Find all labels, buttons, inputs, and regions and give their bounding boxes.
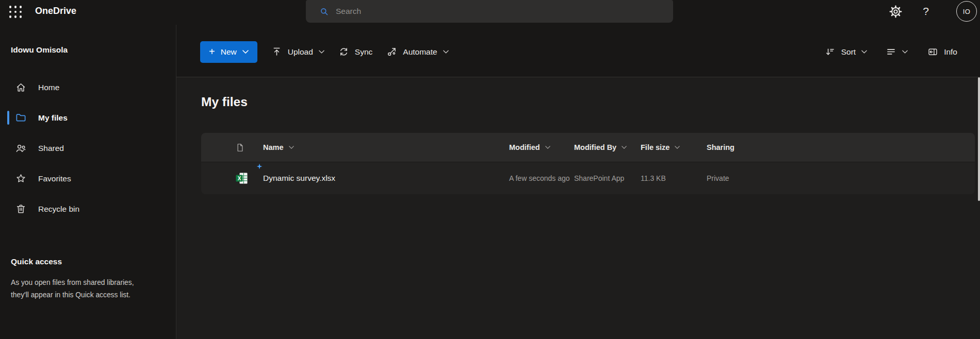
chevron-down-icon xyxy=(902,50,908,54)
plus-icon: + xyxy=(209,46,215,57)
chevron-down-icon xyxy=(443,50,449,54)
new-file-sparkle-icon xyxy=(256,163,263,170)
sort-button-label: Sort xyxy=(841,47,856,57)
file-size: 11.3 KB xyxy=(641,174,707,182)
upload-button-label: Upload xyxy=(288,47,313,57)
svg-text:X: X xyxy=(238,176,241,181)
search-input[interactable] xyxy=(329,0,673,23)
automate-icon xyxy=(386,46,397,57)
app-title[interactable]: OneDrive xyxy=(35,0,76,23)
quick-access-description: As you open files from shared libraries,… xyxy=(11,277,136,301)
chevron-down-icon xyxy=(319,50,324,54)
vertical-scrollbar[interactable] xyxy=(978,77,980,201)
search-bar[interactable] xyxy=(306,0,673,23)
chevron-down-icon xyxy=(545,146,550,149)
file-modified: A few seconds ago xyxy=(509,174,574,182)
sort-button[interactable]: Sort xyxy=(825,46,867,57)
file-modified-by: SharePoint App xyxy=(574,174,641,182)
command-toolbar: + New Upload Sync xyxy=(176,23,980,77)
sidebar-item-label: Favorites xyxy=(38,174,71,183)
search-icon xyxy=(319,7,329,16)
automate-button-label: Automate xyxy=(403,47,437,57)
sidebar-item-shared[interactable]: Shared xyxy=(0,133,176,163)
sidebar-item-home[interactable]: Home xyxy=(0,72,176,103)
files-content: My files Name Modified xyxy=(176,77,980,339)
chevron-down-icon xyxy=(675,146,680,149)
file-type-column-icon xyxy=(201,142,263,153)
settings-button[interactable] xyxy=(886,0,905,23)
sort-icon xyxy=(825,46,836,57)
info-button-label: Info xyxy=(944,47,957,57)
sidebar: Idowu Omisola Home My files xyxy=(0,23,176,339)
info-pane-icon xyxy=(927,46,938,57)
sidebar-nav: Home My files Shared xyxy=(0,72,176,224)
upload-icon xyxy=(271,46,282,57)
user-name: Idowu Omisola xyxy=(11,45,176,55)
sidebar-item-my-files[interactable]: My files xyxy=(0,103,176,133)
upload-button[interactable]: Upload xyxy=(271,46,324,57)
account-avatar[interactable]: IO xyxy=(956,1,977,22)
sync-button-label: Sync xyxy=(355,47,372,57)
column-header-modified[interactable]: Modified xyxy=(509,143,574,151)
sync-icon xyxy=(338,46,349,57)
chevron-down-icon xyxy=(622,146,627,149)
view-options-button[interactable] xyxy=(886,46,908,57)
people-icon xyxy=(15,142,27,154)
app-launcher-icon[interactable] xyxy=(8,5,23,19)
list-view-icon xyxy=(886,46,896,57)
excel-file-icon: X xyxy=(201,172,263,185)
column-header-name[interactable]: Name xyxy=(263,143,509,151)
automate-button[interactable]: Automate xyxy=(386,46,448,57)
sidebar-item-label: Home xyxy=(38,83,59,92)
column-header-sharing[interactable]: Sharing xyxy=(707,143,975,151)
sidebar-item-recycle-bin[interactable]: Recycle bin xyxy=(0,194,176,224)
file-row[interactable]: X Dynamic survey.xlsx A few seconds ago … xyxy=(201,162,975,194)
toolbar-right-group: Sort xyxy=(825,46,957,57)
main-area: + New Upload Sync xyxy=(176,23,980,339)
column-header-file-size[interactable]: File size xyxy=(641,143,707,151)
sidebar-item-label: Recycle bin xyxy=(38,205,79,214)
file-sharing-status: Private xyxy=(707,174,975,182)
star-icon xyxy=(15,173,27,184)
column-header-modified-by[interactable]: Modified By xyxy=(574,143,641,151)
chevron-down-icon xyxy=(861,50,867,54)
home-icon xyxy=(15,81,27,93)
chevron-down-icon xyxy=(242,50,249,54)
table-header-row: Name Modified Modified By xyxy=(201,133,975,162)
folder-icon xyxy=(15,112,27,124)
sync-button[interactable]: Sync xyxy=(338,46,372,57)
sidebar-item-favorites[interactable]: Favorites xyxy=(0,163,176,194)
sidebar-item-label: Shared xyxy=(38,144,64,153)
files-table: Name Modified Modified By xyxy=(201,133,975,194)
new-button-label: New xyxy=(221,47,237,57)
new-button[interactable]: + New xyxy=(200,41,257,63)
trash-icon xyxy=(15,203,27,215)
chevron-down-icon xyxy=(289,146,294,149)
top-bar: OneDrive ? IO xyxy=(0,0,980,23)
sidebar-item-label: My files xyxy=(38,113,68,123)
quick-access-heading: Quick access xyxy=(11,257,176,266)
file-name-link[interactable]: Dynamic survey.xlsx xyxy=(263,174,509,183)
page-title: My files xyxy=(201,95,980,109)
info-button[interactable]: Info xyxy=(927,46,957,57)
help-button[interactable]: ? xyxy=(918,0,934,23)
